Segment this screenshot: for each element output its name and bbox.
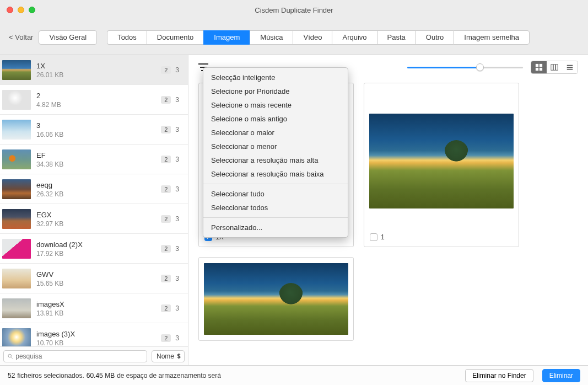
tab-folder[interactable]: Pasta xyxy=(377,30,416,45)
list-item-size: 15.65 KB xyxy=(36,280,161,287)
sort-select[interactable]: Nome xyxy=(152,350,185,362)
tab-other[interactable]: Outro xyxy=(416,30,454,45)
footer: 52 ficheiros selecionados. 60.45 MB de e… xyxy=(0,365,588,385)
list-item-text: download (2)X 17.92 KB xyxy=(33,240,161,258)
svg-rect-5 xyxy=(540,68,542,71)
list-item-size: 26.01 KB xyxy=(36,71,161,79)
menu-item[interactable]: Seleccionar tudo xyxy=(203,187,348,201)
list-item-name: eeqg xyxy=(36,180,161,190)
list-item-size: 32.97 KB xyxy=(36,220,161,228)
preview-image xyxy=(204,263,348,335)
list-item[interactable]: 2 4.82 MB 2 3 xyxy=(0,85,188,115)
list-item-size: 26.32 KB xyxy=(36,190,161,198)
total-count: 3 xyxy=(175,215,179,223)
selected-badge: 2 xyxy=(161,96,171,104)
svg-rect-8 xyxy=(556,65,558,71)
selected-badge: 2 xyxy=(161,304,171,312)
list-item-name: GWV xyxy=(36,270,161,280)
tab-archive[interactable]: Arquivo xyxy=(332,30,376,45)
view-grid-icon[interactable] xyxy=(531,61,547,73)
list-item-size: 13.91 KB xyxy=(36,309,161,317)
sidebar: 1X 26.01 KB 2 3 2 4.82 MB 2 3 3 16.06 KB… xyxy=(0,55,188,365)
list-item[interactable]: EGX 32.97 KB 2 3 xyxy=(0,204,188,234)
total-count: 3 xyxy=(175,245,179,253)
window-controls xyxy=(7,7,35,13)
minimize-icon[interactable] xyxy=(18,7,24,13)
list-item[interactable]: download (2)X 17.92 KB 2 3 xyxy=(0,234,188,264)
list-item-text: 2 4.82 MB xyxy=(33,91,161,109)
back-button[interactable]: < Voltar xyxy=(8,31,34,44)
card-label: 1 xyxy=(381,233,385,241)
tab-overview[interactable]: Visão Geral xyxy=(39,30,97,45)
selection-menu[interactable]: Selecção inteligenteSelecione por Priori… xyxy=(203,67,348,238)
menu-item[interactable]: Seleccionar o maior xyxy=(203,126,348,140)
thumbnail xyxy=(0,204,33,234)
preview-image xyxy=(369,114,514,208)
remove-in-finder-button[interactable]: Eliminar no Finder xyxy=(465,369,533,382)
menu-item[interactable]: Seleccionar a resolução mais alta xyxy=(203,153,348,167)
list-item[interactable]: GWV 15.65 KB 2 3 xyxy=(0,264,188,293)
list-item[interactable]: images (3)X 10.70 KB 2 3 xyxy=(0,323,188,346)
selected-badge: 2 xyxy=(161,185,171,193)
main-toolbar-right xyxy=(407,61,578,74)
slider-knob[interactable] xyxy=(476,63,484,71)
total-count: 3 xyxy=(175,185,179,193)
view-list-icon[interactable] xyxy=(562,61,578,73)
close-icon[interactable] xyxy=(7,7,13,13)
search-input[interactable] xyxy=(3,350,147,362)
tab-all[interactable]: Todos xyxy=(107,30,147,45)
selected-badge: 2 xyxy=(161,66,171,74)
list-item-text: EF 34.38 KB xyxy=(33,151,161,168)
search-field[interactable] xyxy=(15,352,143,360)
thumbnail xyxy=(0,115,33,145)
thumbnail xyxy=(0,293,33,323)
tab-image[interactable]: Imagem xyxy=(203,30,250,45)
list-item[interactable]: 1X 26.01 KB 2 3 xyxy=(0,55,188,85)
preview-card[interactable] xyxy=(198,257,354,341)
tab-music[interactable]: Música xyxy=(250,30,293,45)
svg-rect-4 xyxy=(536,68,538,71)
thumbnail xyxy=(0,264,33,293)
selected-badge: 2 xyxy=(161,126,171,133)
list-item-text: eeqg 26.32 KB xyxy=(33,180,161,198)
list-item-name: 1X xyxy=(36,61,161,71)
menu-item[interactable]: Selecione o mais recente xyxy=(203,98,348,112)
selected-badge: 2 xyxy=(161,215,171,223)
tab-similar-image[interactable]: Imagem semelha xyxy=(454,30,530,45)
list-item-counts: 2 3 xyxy=(161,334,182,342)
menu-item[interactable]: Seleccionar a resolução mais baixa xyxy=(203,167,348,181)
selected-count: 52 xyxy=(8,372,15,379)
menu-item[interactable]: Seleccionar todos xyxy=(203,201,348,215)
list-item-name: 2 xyxy=(36,91,161,101)
total-count: 3 xyxy=(175,126,179,133)
preview-card[interactable]: 1 xyxy=(364,83,519,247)
menu-item[interactable]: Personalizado... xyxy=(203,221,348,234)
thumbnail xyxy=(0,234,33,264)
tab-document[interactable]: Documento xyxy=(147,30,203,45)
toolbar: < Voltar Visão Geral Todos Documento Ima… xyxy=(0,20,588,55)
total-count: 3 xyxy=(175,66,179,74)
list-item-text: images (3)X 10.70 KB xyxy=(33,329,161,347)
list-item[interactable]: 3 16.06 KB 2 3 xyxy=(0,115,188,145)
thumbnail-size-slider[interactable] xyxy=(407,67,523,68)
thumbnail xyxy=(0,85,33,115)
list-item-counts: 2 3 xyxy=(161,96,182,104)
list-item-counts: 2 3 xyxy=(161,126,182,133)
card-checkbox[interactable] xyxy=(370,233,377,241)
duplicate-list[interactable]: 1X 26.01 KB 2 3 2 4.82 MB 2 3 3 16.06 KB… xyxy=(0,55,188,346)
list-item[interactable]: imagesX 13.91 KB 2 3 xyxy=(0,293,188,323)
view-columns-icon[interactable] xyxy=(547,61,562,73)
list-item-counts: 2 3 xyxy=(161,66,182,74)
menu-item[interactable]: Selecione por Prioridade xyxy=(203,84,348,98)
list-item-name: download (2)X xyxy=(36,240,161,250)
list-item-counts: 2 3 xyxy=(161,245,182,253)
svg-rect-6 xyxy=(551,65,553,71)
list-item[interactable]: eeqg 26.32 KB 2 3 xyxy=(0,174,188,204)
tab-video[interactable]: Vídeo xyxy=(293,30,332,45)
menu-item[interactable]: Seleccionar o menor xyxy=(203,140,348,153)
menu-item[interactable]: Selecione o mais antigo xyxy=(203,112,348,126)
menu-item[interactable]: Selecção inteligente xyxy=(203,71,348,84)
zoom-icon[interactable] xyxy=(29,7,35,13)
remove-button[interactable]: Eliminar xyxy=(542,369,580,382)
list-item[interactable]: EF 34.38 KB 2 3 xyxy=(0,145,188,174)
